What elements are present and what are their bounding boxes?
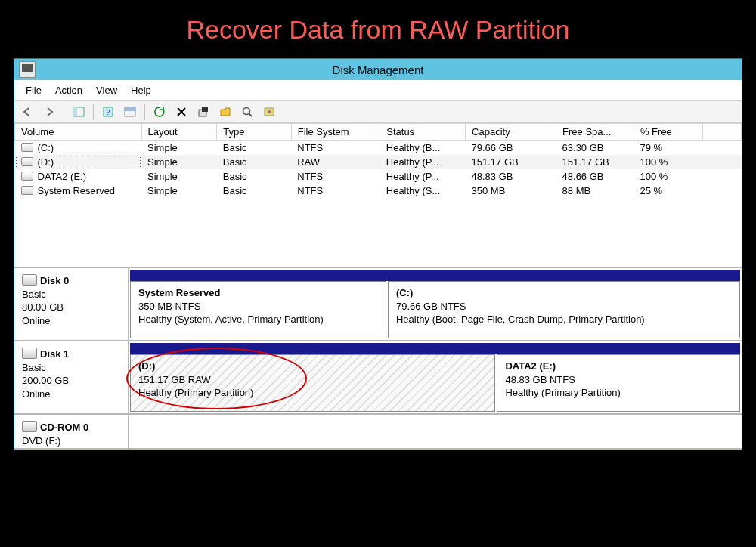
- volume-table: VolumeLayoutTypeFile SystemStatusCapacit…: [14, 123, 742, 198]
- disk-map-pane[interactable]: Disk 0Basic80.00 GBOnlineSystem Reserved…: [14, 268, 742, 450]
- disk-icon: [22, 348, 37, 359]
- volume-row[interactable]: (D:)SimpleBasicRAWHealthy (P...151.17 GB…: [15, 155, 742, 169]
- svg-rect-1: [73, 107, 77, 116]
- menu-view[interactable]: View: [89, 82, 124, 98]
- column-header[interactable]: Free Spa...: [556, 124, 634, 141]
- svg-text:?: ?: [107, 107, 110, 116]
- disk-header[interactable]: Disk 1Basic200.00 GBOnline: [14, 341, 129, 413]
- drive-icon: [21, 143, 33, 152]
- allocation-bar: [130, 270, 740, 281]
- partition[interactable]: (C:)79.66 GB NTFSHealthy (Boot, Page Fil…: [388, 281, 740, 338]
- settings-button[interactable]: [259, 103, 279, 121]
- drive-icon: [21, 186, 33, 195]
- search-button[interactable]: [237, 103, 257, 121]
- column-header[interactable]: Type: [217, 124, 292, 141]
- column-header[interactable]: Capacity: [466, 124, 556, 141]
- svg-point-8: [243, 108, 250, 115]
- back-button[interactable]: [17, 103, 37, 121]
- disk-row: Disk 0Basic80.00 GBOnlineSystem Reserved…: [14, 268, 742, 341]
- separator: [64, 104, 64, 120]
- partition[interactable]: System Reserved350 MB NTFSHealthy (Syste…: [130, 281, 386, 338]
- page-heading: Recover Data from RAW Partition: [0, 0, 756, 58]
- column-header[interactable]: Volume: [15, 124, 142, 141]
- separator: [93, 104, 94, 120]
- disk-partitions: System Reserved350 MB NTFSHealthy (Syste…: [129, 268, 742, 340]
- drive-icon: [21, 172, 33, 181]
- refresh-button[interactable]: [150, 103, 169, 121]
- disk-header[interactable]: Disk 0Basic80.00 GBOnline: [14, 268, 129, 340]
- toolbar: ?: [14, 101, 742, 123]
- menu-action[interactable]: Action: [48, 82, 89, 98]
- highlight-annotation: [126, 348, 307, 409]
- column-header[interactable]: File System: [291, 124, 380, 141]
- column-header[interactable]: Layout: [141, 124, 217, 141]
- svg-rect-7: [202, 107, 208, 112]
- column-header[interactable]: % Free: [634, 124, 702, 141]
- delete-button[interactable]: [172, 103, 191, 121]
- partition[interactable]: (D:)151.17 GB RAWHealthy (Primary Partit…: [130, 354, 495, 412]
- disk-icon: [22, 274, 37, 286]
- show-top-button[interactable]: [120, 103, 140, 121]
- volume-row[interactable]: System ReservedSimpleBasicNTFSHealthy (S…: [15, 184, 742, 198]
- show-hide-tree-button[interactable]: [69, 103, 88, 121]
- disk-header[interactable]: CD-ROM 0DVD (F:): [14, 415, 129, 448]
- menu-bar: File Action View Help: [14, 80, 742, 101]
- drive-icon: [21, 157, 33, 166]
- partition[interactable]: DATA2 (E:)48.83 GB NTFSHealthy (Primary …: [497, 354, 740, 412]
- window-title: Disk Management: [14, 63, 742, 76]
- disk-partitions: [129, 415, 742, 448]
- svg-point-10: [268, 110, 271, 113]
- disk-row: Disk 1Basic200.00 GBOnline(D:)151.17 GB …: [14, 341, 742, 415]
- disk-row: CD-ROM 0DVD (F:): [14, 415, 742, 450]
- column-header[interactable]: Status: [380, 124, 466, 141]
- volume-row[interactable]: DATA2 (E:)SimpleBasicNTFSHealthy (P...48…: [15, 169, 742, 184]
- help-button[interactable]: ?: [98, 103, 118, 121]
- menu-help[interactable]: Help: [124, 82, 158, 98]
- disk-management-window: Disk Management File Action View Help ? …: [14, 58, 742, 450]
- volume-row[interactable]: (C:)SimpleBasicNTFSHealthy (B...79.66 GB…: [15, 141, 742, 156]
- allocation-bar: [130, 343, 740, 354]
- volume-list-pane[interactable]: VolumeLayoutTypeFile SystemStatusCapacit…: [14, 123, 742, 268]
- properties-button[interactable]: [194, 103, 213, 121]
- menu-file[interactable]: File: [19, 82, 48, 98]
- svg-rect-5: [125, 107, 135, 111]
- explore-button[interactable]: [215, 103, 235, 121]
- separator: [144, 104, 145, 120]
- forward-button[interactable]: [39, 103, 59, 121]
- window-titlebar[interactable]: Disk Management: [14, 59, 742, 80]
- disk-icon: [22, 421, 37, 432]
- disk-partitions: (D:)151.17 GB RAWHealthy (Primary Partit…: [129, 341, 742, 413]
